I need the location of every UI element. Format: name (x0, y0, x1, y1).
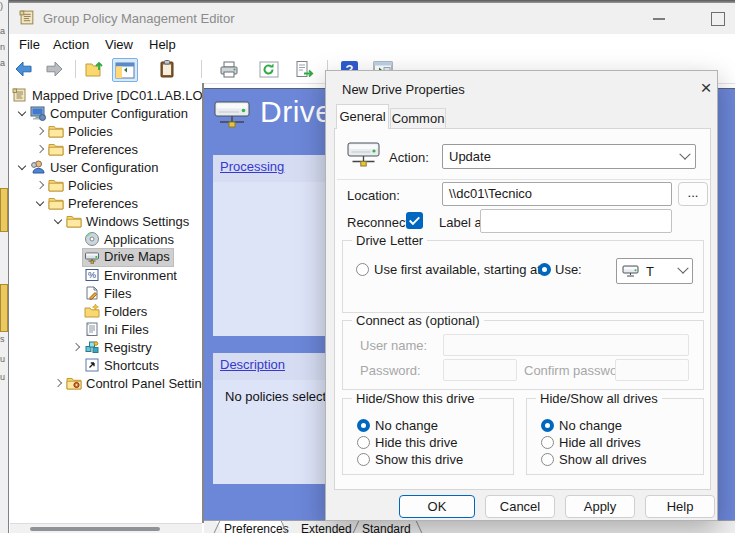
folder-icon (48, 177, 65, 193)
chevron-collapsed-icon[interactable] (50, 375, 66, 391)
chevron-expanded-icon[interactable] (14, 105, 30, 121)
show-this-drive-label: Show this drive (375, 452, 463, 467)
tree-item-registry[interactable]: Registry (10, 338, 204, 356)
close-icon[interactable]: × (694, 76, 718, 100)
no-change-drive-label: No change (375, 418, 438, 433)
tab-preferences[interactable]: Preferences (224, 522, 289, 533)
drive-letter-value: T (646, 264, 654, 279)
disc-icon (84, 231, 101, 247)
chevron-expanded-icon[interactable] (32, 195, 48, 211)
tab-common[interactable]: Common (390, 108, 446, 129)
apply-button[interactable]: Apply (565, 495, 635, 518)
show-this-drive-radio[interactable] (357, 453, 370, 466)
chevron-expanded-icon[interactable] (50, 213, 66, 229)
no-change-all-radio[interactable] (541, 419, 554, 432)
refresh-icon[interactable] (257, 58, 281, 80)
print-icon[interactable] (217, 58, 241, 80)
tree-item-shortcuts[interactable]: Shortcuts (10, 356, 204, 374)
chevron-expanded-icon[interactable] (14, 159, 30, 175)
back-icon[interactable] (12, 58, 36, 80)
dialog-title: New Drive Properties (342, 82, 465, 97)
tab-slant (351, 520, 360, 533)
chevron-collapsed-icon[interactable] (32, 177, 48, 193)
registry-icon (84, 339, 101, 355)
folder-icon (48, 195, 65, 211)
tab-general[interactable]: General (336, 104, 389, 129)
label-as-input[interactable] (480, 209, 672, 233)
chevron-collapsed-icon[interactable] (32, 123, 48, 139)
chevron-collapsed-icon[interactable] (68, 339, 84, 355)
export-list-icon[interactable] (293, 58, 317, 80)
forward-icon[interactable] (42, 58, 66, 80)
show-console-tree-icon[interactable] (112, 58, 138, 82)
reconnect-checkbox[interactable] (406, 212, 423, 229)
tree-item-policies-user[interactable]: Policies (10, 176, 204, 194)
folder-icon (48, 141, 65, 157)
hide-all-drives-radio[interactable] (541, 436, 554, 449)
tree-item-policies-computer[interactable]: Policies (10, 122, 204, 140)
tree-item-computer-configuration[interactable]: Computer Configuration (10, 104, 204, 122)
drive-letter-dropdown[interactable]: T (616, 258, 693, 284)
scrollbar-thumb[interactable] (30, 527, 160, 531)
browse-button[interactable]: ... (678, 182, 708, 206)
description-link[interactable]: Description (220, 357, 285, 372)
tree-item-windows-settings[interactable]: Windows Settings (10, 212, 204, 230)
help-button[interactable]: Help (645, 495, 715, 518)
processing-link[interactable]: Processing (220, 159, 284, 174)
tree-item-preferences-user[interactable]: Preferences (10, 194, 204, 212)
action-dropdown[interactable]: Update (442, 144, 696, 169)
drive-maps-header-icon (212, 97, 254, 131)
screen: ) a n a s u u Group Policy Management Ed… (0, 0, 735, 533)
hide-this-drive-radio[interactable] (357, 436, 370, 449)
maximize-button[interactable] (711, 12, 725, 26)
computer-icon (30, 105, 47, 121)
chevron-collapsed-icon[interactable] (32, 141, 48, 157)
menu-view[interactable]: View (105, 37, 133, 52)
menu-file[interactable]: File (19, 37, 40, 52)
ok-button[interactable]: OK (399, 495, 475, 518)
tree-horizontal-scrollbar[interactable] (10, 523, 202, 533)
user-icon (30, 159, 47, 175)
cancel-button[interactable]: Cancel (485, 495, 555, 518)
titlebar[interactable]: Group Policy Management Editor (9, 3, 735, 34)
connect-as-group: Connect as (optional) User name: Passwor… (342, 320, 704, 390)
tab-standard[interactable]: Standard (362, 522, 411, 533)
up-one-level-icon[interactable] (83, 58, 107, 80)
menubar: File Action View Help (9, 34, 735, 56)
show-all-drives-radio[interactable] (541, 453, 554, 466)
tree-item-drive-maps[interactable]: Drive Maps (10, 248, 204, 266)
tree-item-preferences-computer[interactable]: Preferences (10, 140, 204, 158)
tree-item-environment[interactable]: % Environment (10, 266, 204, 284)
no-change-all-label: No change (559, 418, 622, 433)
minimize-button[interactable] (653, 18, 665, 20)
menu-action[interactable]: Action (53, 37, 89, 52)
location-label: Location: (347, 188, 400, 203)
separator (337, 179, 710, 180)
toolbar-separator (201, 60, 202, 78)
tree-item-ini-files[interactable]: Ini Files (10, 320, 204, 338)
location-input[interactable]: \\dc01\Tecnico (442, 182, 672, 206)
menu-help[interactable]: Help (149, 37, 176, 52)
no-change-drive-radio[interactable] (357, 419, 370, 432)
drive-properties-icon (345, 139, 383, 170)
drive-small-icon (622, 265, 641, 278)
general-tab-page: Action: Update Location: \\dc01\Tecnico … (334, 128, 711, 490)
password-label: Password: (360, 363, 421, 378)
copy-clipboard-icon[interactable] (155, 58, 179, 80)
use-first-available-radio[interactable] (356, 263, 369, 276)
hide-show-all-drives-group: Hide/Show all drives No change Hide all … (526, 398, 704, 475)
tree-item-files[interactable]: Files (10, 284, 204, 302)
tree-item-control-panel-settings[interactable]: Control Panel Setting (10, 374, 204, 392)
folder-icon (48, 123, 65, 139)
tree-item-applications[interactable]: Applications (10, 230, 204, 248)
tab-slant (415, 520, 424, 533)
tree-item-root[interactable]: Mapped Drive [DC01.LAB.LOCA (10, 86, 204, 104)
tree-item-user-configuration[interactable]: User Configuration (10, 158, 204, 176)
tab-extended[interactable]: Extended (301, 522, 352, 533)
reconnect-label: Reconnect: (347, 215, 413, 230)
check-icon (406, 212, 423, 229)
hide-show-drive-group: Hide/Show this drive No change Hide this… (342, 398, 514, 475)
use-radio[interactable] (538, 263, 551, 276)
action-label: Action: (389, 150, 429, 165)
tree-item-folders[interactable]: Folders (10, 302, 204, 320)
